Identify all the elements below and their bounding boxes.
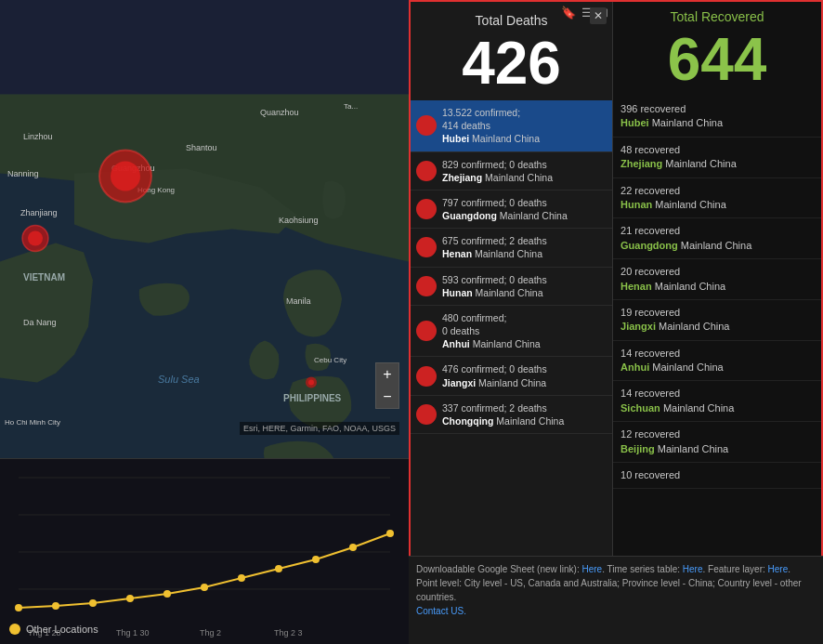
deaths-list-item[interactable]: 675 confirmed; 2 deathsHenan Mainland Ch… — [411, 229, 612, 267]
zoom-in-button[interactable]: + — [376, 363, 398, 386]
svg-point-37 — [349, 544, 357, 551]
deaths-item-text: 480 confirmed;0 deathsAnhui Mainland Chi… — [442, 311, 541, 351]
timeseries-link[interactable]: Here — [683, 564, 703, 574]
recovered-list-item[interactable]: 20 recoveredHenan Mainland China — [613, 259, 821, 300]
deaths-item-text: 829 confirmed; 0 deathsZhejiang Mainland… — [442, 158, 553, 184]
chart-area: Thg 1 28 Thg 1 30 Thg 2 Thg 2 3 Other Lo… — [0, 458, 409, 644]
svg-text:Ta...: Ta... — [344, 102, 358, 111]
feature-link[interactable]: Here — [768, 564, 789, 574]
info-text: Downloadable Google Sheet (new link): He… — [416, 564, 790, 574]
svg-point-33 — [201, 584, 208, 591]
outbreak-dot — [416, 321, 437, 341]
legend-dot — [9, 624, 20, 635]
recovered-list-item[interactable]: 14 recoveredAnhui Mainland China — [613, 341, 821, 382]
svg-point-20 — [28, 231, 43, 246]
svg-text:Cebu City: Cebu City — [314, 356, 346, 364]
outbreak-dot — [416, 199, 437, 219]
svg-text:Shantou: Shantou — [186, 143, 217, 152]
recovered-list-item[interactable]: 19 recoveredJiangxi Mainland China — [613, 300, 821, 341]
svg-text:VIETNAM: VIETNAM — [23, 272, 65, 283]
svg-text:Sulu Sea: Sulu Sea — [158, 374, 200, 385]
svg-text:Zhanjiang: Zhanjiang — [20, 208, 58, 217]
deaths-list-item[interactable]: 480 confirmed;0 deathsAnhui Mainland Chi… — [411, 306, 612, 358]
point-level-text: Point level: City level - US, Canada and… — [416, 578, 802, 602]
svg-point-32 — [163, 590, 171, 598]
deaths-list-item[interactable]: 13.522 confirmed;414 deathsHubei Mainlan… — [411, 100, 612, 152]
recovered-total: 644 — [613, 28, 821, 97]
recovered-list-item[interactable]: 12 recoveredBeijing Mainland China — [613, 422, 821, 463]
svg-point-35 — [275, 565, 282, 572]
svg-text:Manila: Manila — [286, 296, 311, 306]
svg-point-22 — [308, 380, 314, 386]
deaths-item-text: 593 confirmed; 0 deathsHunan Mainland Ch… — [442, 273, 547, 299]
svg-point-30 — [89, 599, 97, 607]
recovered-header-area: Total Recovered 644 — [613, 2, 821, 97]
recovered-title: Total Recovered — [613, 2, 821, 28]
deaths-list-item[interactable]: 797 confirmed; 0 deathsGuangdong Mainlan… — [411, 191, 612, 229]
bookmark-icon[interactable]: 🔖 — [561, 6, 576, 20]
deaths-total: 426 — [411, 32, 612, 100]
svg-text:Da Nang: Da Nang — [23, 318, 57, 327]
deaths-header-area: 🔖 ☰ ⊞ ✕ Total Deaths 426 — [411, 2, 612, 100]
svg-text:Quanzhou: Quanzhou — [260, 108, 299, 117]
deaths-item-text: 675 confirmed; 2 deathsHenan Mainland Ch… — [442, 234, 547, 260]
recovered-panel: Total Recovered 644 396 recoveredHubei M… — [613, 2, 821, 642]
svg-text:Thg 2: Thg 2 — [200, 628, 221, 637]
legend-label: Other Locations — [26, 624, 98, 635]
zoom-controls[interactable]: + − — [375, 362, 399, 409]
svg-point-38 — [386, 530, 394, 537]
chart-legend: Other Locations — [9, 624, 98, 635]
deaths-panel: 🔖 ☰ ⊞ ✕ Total Deaths 426 13.522 confirme… — [411, 2, 613, 642]
recovered-list-item[interactable]: 48 recoveredZhejiang Mainland China — [613, 138, 821, 178]
svg-point-28 — [15, 604, 22, 611]
contact-link[interactable]: Contact US. — [416, 606, 466, 616]
svg-point-36 — [312, 556, 320, 563]
sheet-link[interactable]: Here — [581, 564, 602, 574]
deaths-item-text: 476 confirmed; 0 deathsJiangxi Mainland … — [442, 362, 547, 388]
deaths-list-item[interactable]: 476 confirmed; 0 deathsJiangxi Mainland … — [411, 357, 612, 395]
svg-text:PHILIPPINES: PHILIPPINES — [283, 393, 342, 403]
deaths-list-item[interactable]: 593 confirmed; 0 deathsHunan Mainland Ch… — [411, 268, 612, 306]
outbreak-dot — [416, 237, 437, 257]
recovered-list-item[interactable]: 22 recoveredHunan Mainland China — [613, 178, 821, 219]
svg-text:Linzhou: Linzhou — [23, 132, 53, 141]
deaths-item-text: 13.522 confirmed;414 deathsHubei Mainlan… — [442, 106, 540, 146]
outbreak-dot — [416, 404, 437, 425]
svg-text:Nanning: Nanning — [7, 169, 39, 178]
right-panel: 🔖 ☰ ⊞ ✕ Total Deaths 426 13.522 confirme… — [409, 0, 823, 644]
close-button[interactable]: ✕ — [590, 7, 607, 24]
svg-text:Thg 2 3: Thg 2 3 — [274, 628, 303, 637]
svg-point-29 — [52, 602, 59, 610]
outbreak-dot — [416, 366, 437, 387]
outbreak-dot — [416, 276, 437, 296]
deaths-list-item[interactable]: 337 confirmed; 2 deathsChongqing Mainlan… — [411, 396, 612, 434]
map-attribution: Esri, HERE, Garmin, FAO, NOAA, USGS — [240, 422, 399, 435]
panel-toolbar: 🔖 ☰ ⊞ ✕ — [561, 6, 608, 20]
zoom-out-button[interactable]: − — [376, 386, 398, 408]
svg-point-34 — [238, 574, 245, 582]
map-area: Linzhou Quanzhou Nanning Guangzhou Shant… — [0, 0, 409, 644]
deaths-item-text: 337 confirmed; 2 deathsChongqing Mainlan… — [442, 401, 564, 427]
recovered-list-item[interactable]: 10 recovered — [613, 463, 821, 489]
svg-text:Thg 1 30: Thg 1 30 — [116, 628, 150, 637]
svg-point-18 — [111, 162, 140, 191]
recovered-list-item[interactable]: 14 recoveredSichuan Mainland China — [613, 381, 821, 422]
outbreak-dot — [416, 115, 437, 136]
deaths-item-text: 797 confirmed; 0 deathsGuangdong Mainlan… — [442, 196, 568, 222]
deaths-list-item[interactable]: 829 confirmed; 0 deathsZhejiang Mainland… — [411, 152, 612, 191]
info-bar: Downloadable Google Sheet (new link): He… — [409, 556, 823, 644]
recovered-list-item[interactable]: 396 recoveredHubei Mainland China — [613, 97, 821, 138]
outbreak-dot — [416, 161, 437, 181]
recovered-list-item[interactable]: 21 recoveredGuangdong Mainland China — [613, 218, 821, 259]
svg-text:Kaohsiung: Kaohsiung — [279, 216, 319, 225]
svg-text:Ho Chi Minh City: Ho Chi Minh City — [5, 418, 60, 427]
svg-point-31 — [126, 595, 134, 602]
